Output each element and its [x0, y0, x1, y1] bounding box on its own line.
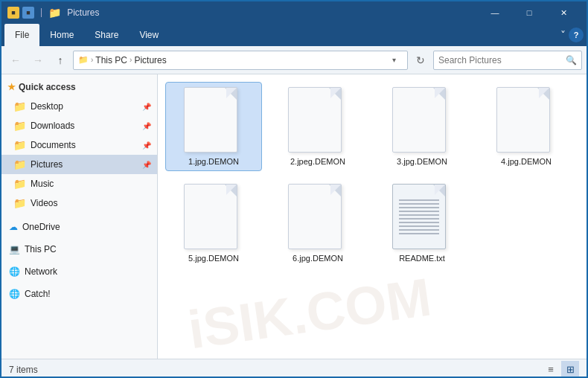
sidebar-item-thispc[interactable]: 💻 This PC: [1, 240, 157, 259]
file-item-3[interactable]: 3.jpg.DEMON: [374, 82, 470, 171]
file-name-2: 2.jpeg.DEMON: [290, 157, 345, 166]
pin-icon-pictures: 📌: [142, 161, 151, 169]
file-item-1[interactable]: 1.jpg.DEMON: [165, 82, 262, 171]
sidebar-item-videos[interactable]: 📁 Videos: [1, 193, 157, 213]
file-item-6[interactable]: 6.jpg.DEMON: [269, 179, 366, 268]
sidebar-item-network[interactable]: 🌐 Network: [1, 262, 157, 281]
file-item-7[interactable]: README.txt: [374, 179, 470, 268]
sidebar-network-label: Network: [25, 266, 57, 277]
file-name-6: 6.jpg.DEMON: [293, 254, 343, 263]
sidebar-videos-label: Videos: [31, 198, 57, 208]
title-icon-1: ■: [7, 7, 19, 19]
onedrive-icon: ☁: [9, 222, 18, 232]
sidebar-item-music[interactable]: 📁 Music: [1, 174, 157, 193]
sidebar-item-catch[interactable]: 🌐 Catch!: [1, 284, 157, 304]
star-icon: ★: [7, 82, 16, 92]
breadcrumb: 📁 › This PC › Pictures: [78, 55, 385, 65]
file-name-7: README.txt: [399, 254, 445, 263]
tab-view[interactable]: View: [129, 24, 169, 46]
file-name-3: 3.jpg.DEMON: [397, 157, 447, 166]
search-input[interactable]: [438, 55, 566, 65]
file-page-6: [288, 184, 342, 249]
sidebar-desktop-label: Desktop: [31, 101, 63, 112]
file-item-2[interactable]: 2.jpeg.DEMON: [269, 82, 366, 171]
sidebar-item-documents[interactable]: 📁 Documents 📌: [1, 135, 157, 155]
file-page-7: [392, 184, 446, 249]
search-icon[interactable]: 🔍: [566, 55, 577, 65]
close-button[interactable]: ✕: [546, 1, 581, 24]
file-page-4: [496, 87, 550, 153]
breadcrumb-sep2: ›: [130, 56, 132, 64]
pin-icon-desktop: 📌: [142, 103, 151, 111]
watermark: iSIK.COM: [185, 266, 435, 359]
file-name-1: 1.jpg.DEMON: [188, 157, 239, 166]
sidebar-music-label: Music: [31, 179, 54, 189]
file-name-5: 5.jpg.DEMON: [188, 254, 239, 263]
file-corner-fold-3: [435, 88, 445, 98]
sidebar-item-pictures[interactable]: 📁 Pictures 📌: [1, 155, 157, 174]
ribbon: File Home Share View ˅ ?: [1, 24, 587, 46]
file-page-3: [392, 87, 446, 153]
ribbon-chevron-icon[interactable]: ˅: [560, 29, 566, 41]
refresh-button[interactable]: ↻: [411, 51, 430, 70]
forward-button[interactable]: →: [28, 51, 48, 70]
file-item-5[interactable]: 5.jpg.DEMON: [165, 179, 262, 268]
file-icon-7: [392, 184, 452, 251]
title-icon-3: 📁: [48, 7, 61, 19]
large-icons-view-button[interactable]: ⊞: [561, 361, 579, 379]
toolbar: ← → ↑ 📁 › This PC › Pictures ▾ ↻ 🔍: [1, 46, 587, 74]
sidebar-thispc-label: This PC: [25, 244, 57, 254]
status-view-buttons: ≡ ⊞: [542, 361, 579, 379]
title-icon-2: ■: [22, 7, 34, 19]
file-page-2: [288, 87, 342, 153]
file-corner-fold-5: [226, 185, 237, 195]
file-corner-fold-7: [435, 185, 445, 195]
sidebar-pictures-label: Pictures: [31, 159, 63, 170]
search-box: 🔍: [433, 51, 582, 70]
downloads-folder-icon: 📁: [13, 120, 26, 132]
file-area: 1.jpg.DEMON 2.jpeg.DEMON: [158, 74, 587, 275]
main-layout: ★ Quick access 📁 Desktop 📌 📁 Downloads 📌…: [1, 74, 587, 359]
videos-folder-icon: 📁: [13, 197, 26, 209]
file-item-4[interactable]: 4.jpg.DEMON: [478, 82, 575, 171]
sidebar-item-downloads[interactable]: 📁 Downloads 📌: [1, 116, 157, 135]
window-title: Pictures: [67, 7, 478, 18]
quick-access-header[interactable]: ★ Quick access: [1, 77, 157, 97]
music-folder-icon: 📁: [13, 178, 26, 190]
minimize-button[interactable]: —: [478, 1, 512, 24]
back-button[interactable]: ←: [6, 51, 25, 70]
pin-icon-documents: 📌: [142, 141, 151, 150]
sidebar-item-onedrive[interactable]: ☁ OneDrive: [1, 217, 157, 237]
file-icon-3: [392, 87, 452, 154]
tab-file[interactable]: File: [4, 24, 39, 46]
help-button[interactable]: ?: [569, 28, 584, 42]
sidebar-documents-label: Documents: [31, 140, 76, 150]
pin-icon-downloads: 📌: [142, 122, 151, 130]
documents-folder-icon: 📁: [13, 139, 26, 151]
sidebar: ★ Quick access 📁 Desktop 📌 📁 Downloads 📌…: [1, 74, 158, 359]
up-button[interactable]: ↑: [51, 51, 70, 70]
details-view-button[interactable]: ≡: [542, 361, 560, 379]
quick-access-label: Quick access: [19, 82, 76, 92]
breadcrumb-thispc-label: This PC: [95, 55, 127, 65]
breadcrumb-current: Pictures: [134, 55, 166, 65]
thispc-icon: 💻: [9, 244, 20, 254]
ribbon-right: ˅ ?: [560, 28, 584, 42]
file-corner-fold-2: [330, 88, 341, 98]
file-corner-fold-1: [226, 88, 237, 98]
address-dropdown-button[interactable]: ▾: [385, 51, 403, 69]
sidebar-item-desktop[interactable]: 📁 Desktop 📌: [1, 97, 157, 116]
maximize-button[interactable]: □: [512, 1, 546, 24]
title-separator: |: [40, 7, 42, 19]
file-grid: 1.jpg.DEMON 2.jpeg.DEMON: [165, 82, 579, 268]
item-count: 7 items: [9, 365, 38, 375]
file-corner-fold-4: [539, 88, 549, 98]
pictures-folder-icon: 📁: [13, 158, 26, 170]
address-bar[interactable]: 📁 › This PC › Pictures ▾: [73, 51, 408, 70]
file-icon-4: [496, 87, 556, 154]
tab-home[interactable]: Home: [39, 24, 84, 46]
network-icon: 🌐: [9, 266, 20, 277]
tab-share[interactable]: Share: [84, 24, 129, 46]
file-page-5: [184, 184, 237, 249]
file-icon-2: [288, 87, 348, 154]
